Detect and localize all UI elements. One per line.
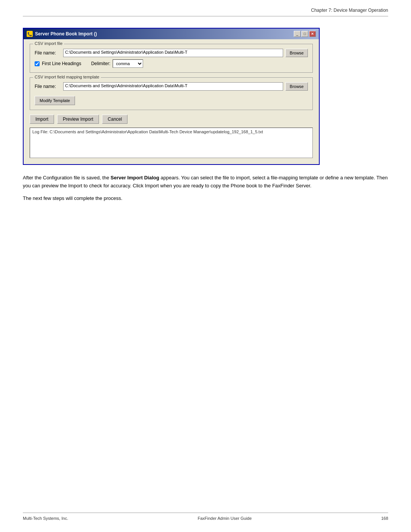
cancel-button[interactable]: Cancel <box>102 115 127 124</box>
body-paragraph-1: After the Configuration file is saved, t… <box>23 174 388 190</box>
dialog-title: Server Phone Book Import () <box>35 31 97 37</box>
footer-left: Multi-Tech Systems, Inc. <box>23 516 68 521</box>
delimiter-label: Delimiter: <box>91 61 110 66</box>
preview-import-button[interactable]: Preview Import <box>57 115 99 124</box>
csv-browse-button[interactable]: Browse <box>285 49 308 57</box>
dialog-title-left: 📞 Server Phone Book Import () <box>27 31 97 37</box>
delimiter-group: Delimiter: comma <box>91 59 143 68</box>
dialog-wrapper: 📞 Server Phone Book Import () _ □ ✕ CSV … <box>23 28 388 165</box>
phone-book-icon: 📞 <box>27 31 33 37</box>
window-controls: _ □ ✕ <box>294 31 316 37</box>
dialog-titlebar: 📞 Server Phone Book Import () _ □ ✕ <box>24 29 319 39</box>
csv-mapping-legend: CSV import field mapping template <box>33 75 101 79</box>
csv-mapping-group: CSV import field mapping template File n… <box>30 77 313 110</box>
mapping-file-row: File name: C:\Documents and Settings\Adm… <box>35 82 308 91</box>
action-buttons: Import Preview Import Cancel <box>30 115 313 124</box>
dialog-window: 📞 Server Phone Book Import () _ □ ✕ CSV … <box>23 28 320 165</box>
page-header: Chapter 7: Device Manager Operation <box>23 8 388 16</box>
csv-file-row: File name: C:\Documents and Settings\Adm… <box>35 49 308 57</box>
csv-import-file-legend: CSV import file <box>33 41 64 46</box>
footer-center: FaxFinder Admin User Guide <box>198 516 252 521</box>
mapping-file-label: File name: <box>35 84 63 89</box>
delimiter-select[interactable]: comma <box>113 59 143 68</box>
body-paragraph-2: The next few steps will complete the pro… <box>23 195 388 203</box>
close-button[interactable]: ✕ <box>309 31 316 37</box>
footer-right: 168 <box>381 516 388 521</box>
para1-bold: Server Import Dialog <box>111 175 159 181</box>
log-text: Log File: C:\Documents and Settings\Admi… <box>32 129 263 134</box>
chapter-title: Chapter 7: Device Manager Operation <box>311 8 388 13</box>
log-area: Log File: C:\Documents and Settings\Admi… <box>30 128 313 158</box>
csv-import-file-group: CSV import file File name: C:\Documents … <box>30 44 313 73</box>
csv-file-path[interactable]: C:\Documents and Settings\Administrator\… <box>63 49 283 57</box>
csv-file-label: File name: <box>35 50 63 56</box>
first-line-row: First Line Headings Delimiter: comma <box>35 59 308 68</box>
first-line-checkbox[interactable] <box>35 61 40 66</box>
page-footer: Multi-Tech Systems, Inc. FaxFinder Admin… <box>23 513 388 521</box>
minimize-button[interactable]: _ <box>294 31 301 37</box>
dialog-body: CSV import file File name: C:\Documents … <box>24 39 319 164</box>
para1-pre: After the Configuration file is saved, t… <box>23 175 111 181</box>
modify-template-button[interactable]: Modify Template <box>35 96 75 105</box>
import-button[interactable]: Import <box>30 115 54 124</box>
maximize-button[interactable]: □ <box>301 31 308 37</box>
mapping-browse-button[interactable]: Browse <box>285 82 308 91</box>
mapping-file-path[interactable]: C:\Documents and Settings\Administrator\… <box>63 82 283 91</box>
first-line-label: First Line Headings <box>42 61 81 66</box>
